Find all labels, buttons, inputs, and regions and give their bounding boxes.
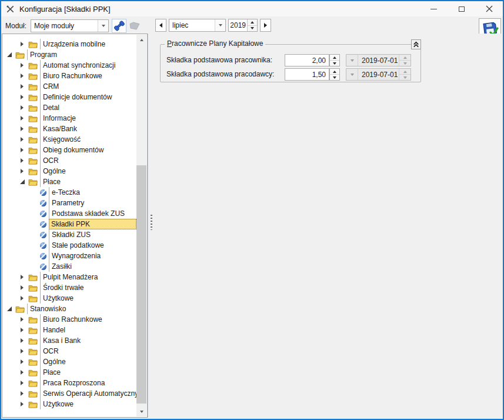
employee-date-value: 2019-07-01 <box>358 55 399 66</box>
tree-item[interactable]: Obieg dokumentów <box>3 145 136 155</box>
expand-arrow-icon[interactable] <box>19 391 25 396</box>
previous-month-button[interactable] <box>155 19 166 32</box>
tree-item[interactable]: Serwis Operacji Automatycznych <box>3 388 136 399</box>
expand-arrow-icon[interactable] <box>19 126 25 131</box>
tree-item[interactable]: Biuro Rachunkowe <box>3 71 136 81</box>
tree-item[interactable]: Kasa/Bank <box>3 124 136 134</box>
tree-item[interactable]: Płace <box>3 176 136 187</box>
tree-item[interactable]: Program <box>3 49 136 60</box>
year-up-button[interactable] <box>248 19 257 25</box>
scrollbar-thumb[interactable] <box>136 165 146 404</box>
panel-splitter[interactable] <box>148 34 154 418</box>
expand-arrow-icon[interactable] <box>19 105 25 110</box>
tree-item[interactable]: Ogólne <box>3 166 136 176</box>
year-down-button[interactable] <box>248 25 257 32</box>
folder-icon <box>28 379 38 387</box>
tree-item[interactable]: Stanowisko <box>3 304 136 314</box>
operator-phone-button[interactable] <box>112 19 126 33</box>
maximize-button[interactable] <box>448 1 475 16</box>
tree-item[interactable]: OCR <box>3 155 136 166</box>
expand-arrow-icon[interactable] <box>19 84 25 89</box>
expand-arrow-icon[interactable] <box>19 285 25 290</box>
expand-arrow-icon[interactable] <box>19 338 25 343</box>
tree-item[interactable]: Kasa i Bank <box>3 335 136 346</box>
month-combobox-arrow[interactable] <box>215 19 225 31</box>
expand-arrow-icon[interactable] <box>19 317 25 322</box>
arrow-up-icon <box>251 21 254 24</box>
spin-up-button[interactable] <box>330 55 339 60</box>
tree-scrollbar[interactable] <box>136 35 146 416</box>
tree-item[interactable]: Pulpit Menadżera <box>3 272 136 282</box>
tree-item[interactable]: CRM <box>3 81 136 92</box>
minimize-button[interactable] <box>420 1 448 16</box>
folder-icon <box>28 316 38 324</box>
expand-arrow-icon[interactable] <box>19 275 25 279</box>
tree-item-label: Biuro Rachunkowe <box>40 71 136 81</box>
tree-item[interactable]: Parametry <box>3 198 136 208</box>
expand-arrow-icon[interactable] <box>19 169 25 174</box>
collapse-group-button[interactable] <box>411 39 421 49</box>
tree-item[interactable]: Automat synchronizacji <box>3 60 136 71</box>
tree-item[interactable]: Urządzenia mobilne <box>3 39 136 49</box>
tree-item[interactable]: Praca Rozproszona <box>3 378 136 388</box>
spin-down-button[interactable] <box>330 74 339 80</box>
tree-item[interactable]: Podstawa składek ZUS <box>3 208 136 219</box>
tree-item[interactable]: Biuro Rachunkowe <box>3 314 136 325</box>
collapse-arrow-icon[interactable] <box>6 306 12 311</box>
year-spinner[interactable]: 2019 <box>228 19 258 32</box>
expand-arrow-icon[interactable] <box>19 116 25 121</box>
tree-item[interactable]: Detal <box>3 102 136 113</box>
employer-date-group: 2019-07-01 <box>346 68 411 81</box>
expand-arrow-icon[interactable] <box>19 158 25 163</box>
expand-arrow-icon[interactable] <box>19 381 25 385</box>
year-value: 2019 <box>229 19 247 31</box>
expand-arrow-icon[interactable] <box>19 349 25 354</box>
tree-item[interactable]: Wynagrodzenia <box>3 251 136 261</box>
tree-item[interactable]: Księgowość <box>3 134 136 145</box>
tree-item[interactable]: Składki ZUS <box>3 229 136 240</box>
tree-item[interactable]: Użytkowe <box>3 399 136 409</box>
month-combobox[interactable]: lipiec <box>169 19 226 32</box>
tree-item[interactable]: Składki PPK <box>3 219 136 229</box>
spin-up-button[interactable] <box>330 69 339 74</box>
collapse-arrow-icon[interactable] <box>6 52 12 57</box>
expand-arrow-icon[interactable] <box>19 74 25 78</box>
expand-arrow-icon[interactable] <box>19 148 25 152</box>
employer-contribution-input[interactable]: 1,50 <box>285 68 329 81</box>
tree-item[interactable]: OCR <box>3 346 136 356</box>
expand-arrow-icon[interactable] <box>19 95 25 99</box>
tree-item[interactable]: Stałe podatkowe <box>3 240 136 251</box>
module-combobox[interactable]: Moje moduły <box>31 19 109 32</box>
expand-arrow-icon[interactable] <box>19 137 25 142</box>
spin-down-button[interactable] <box>330 60 339 66</box>
collapse-arrow-icon[interactable] <box>19 179 25 184</box>
tree-item[interactable]: Użytkowe <box>3 293 136 304</box>
folder-icon <box>28 94 38 101</box>
scroll-up-button[interactable] <box>136 35 146 45</box>
module-combobox-arrow[interactable] <box>98 20 108 32</box>
folder-icon <box>28 157 38 165</box>
expand-arrow-icon[interactable] <box>19 296 25 301</box>
expand-arrow-icon[interactable] <box>19 402 25 406</box>
scroll-down-button[interactable] <box>136 406 146 416</box>
employee-contribution-input[interactable]: 2,00 <box>285 54 329 66</box>
expand-arrow-icon[interactable] <box>19 328 25 332</box>
tree-item[interactable]: Ogólne <box>3 356 136 367</box>
tree-item[interactable]: e-Teczka <box>3 187 136 198</box>
tree-item-label: e-Teczka <box>49 187 136 198</box>
tree-item-label: Detal <box>40 102 136 113</box>
expand-arrow-icon[interactable] <box>19 359 25 364</box>
close-button[interactable] <box>475 1 503 16</box>
tree-item[interactable]: Płace <box>3 367 136 378</box>
tree-item[interactable]: Informacje <box>3 113 136 124</box>
tree-item[interactable]: Handel <box>3 325 136 335</box>
next-month-button[interactable] <box>260 19 271 32</box>
tree-item-label: Zasiłki <box>49 261 136 272</box>
spin-up-button <box>399 69 410 74</box>
expand-arrow-icon[interactable] <box>19 42 25 46</box>
tree-item[interactable]: Środki trwałe <box>3 282 136 293</box>
tree-item[interactable]: Zasiłki <box>3 261 136 272</box>
expand-arrow-icon[interactable] <box>19 63 25 68</box>
tree-item[interactable]: Definicje dokumentów <box>3 92 136 102</box>
expand-arrow-icon[interactable] <box>19 370 25 375</box>
